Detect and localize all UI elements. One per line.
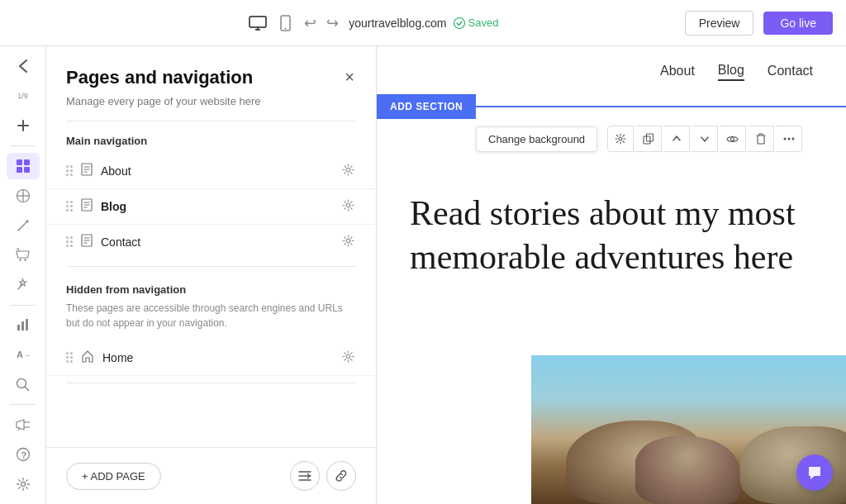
svg-point-28 [21,482,25,486]
topbar-center: ↩ ↪ yourtravelblog.com Saved [245,11,498,36]
saved-text: Saved [468,17,499,29]
svg-point-43 [346,239,349,242]
editor-nav-bar: About Blog Contact [377,46,846,94]
hidden-nav-desc: These pages are accessible through searc… [46,301,376,340]
back-nav-button[interactable] [7,53,40,79]
sidebar-close-button[interactable]: × [343,66,356,88]
svg-point-4 [285,27,287,29]
device-icons [245,12,294,35]
rail-separator-1 [11,145,36,146]
nav-item-blog-gear[interactable] [340,197,356,216]
settings-button[interactable] [7,471,40,497]
svg-point-54 [791,138,794,140]
svg-rect-11 [24,167,30,173]
saved-badge: Saved [454,17,499,29]
sidebar-footer: + ADD PAGE [46,447,376,504]
analytics-button[interactable] [7,311,40,338]
drag-handle-contact[interactable] [66,236,73,247]
rail-separator-2 [11,305,36,306]
golive-button[interactable]: Go live [763,12,833,35]
undo-redo-group: ↩ ↪ [301,11,342,36]
domain-label: yourtravelblog.com [349,17,446,30]
reorder-pages-button[interactable] [290,461,320,491]
preview-button[interactable]: Preview [685,11,754,36]
svg-point-5 [454,17,464,28]
editor-area: About Blog Contact ADD SECTION Change ba… [377,46,846,504]
svg-text:→: → [23,351,31,359]
svg-point-13 [19,259,21,260]
redo-button[interactable]: ↪ [323,11,342,36]
editor-nav-contact[interactable]: Contact [768,64,813,80]
editor-nav-blog[interactable]: Blog [718,63,744,81]
add-section-button[interactable]: ADD SECTION [377,94,476,119]
svg-point-14 [24,259,26,260]
svg-rect-8 [17,159,22,165]
svg-point-52 [783,138,786,140]
section-duplicate-icon[interactable] [635,126,662,152]
section-toolbar-icons [607,126,802,152]
rail-separator-3 [11,404,36,405]
drag-handle-blog[interactable] [66,201,73,212]
nav-item-about: About [46,154,376,189]
page-icon-about [81,163,93,178]
desktop-device-button[interactable] [245,12,270,34]
section-move-up-icon[interactable] [663,126,690,152]
undo-button[interactable]: ↩ [301,11,320,36]
editor-image-area [377,355,846,504]
section-toolbar-row: Change background [377,119,846,159]
svg-rect-18 [26,319,28,330]
search-button[interactable] [7,371,40,397]
theme-button[interactable] [7,183,40,209]
nav-item-blog-label: Blog [101,200,332,213]
nav-item-about-gear[interactable] [340,162,356,180]
link-button[interactable] [326,461,356,491]
topbar-right: Preview Go live [685,11,833,36]
help-button[interactable]: ? [7,441,40,468]
sidebar-panel: Pages and navigation × Manage every page… [46,46,377,504]
nav-item-about-label: About [101,164,332,178]
add-element-button[interactable] [7,112,40,139]
section-toolbar-inner: Change background [377,126,846,152]
section-delete-icon[interactable] [748,126,774,152]
svg-text:?: ? [21,450,26,460]
add-page-button[interactable]: + ADD PAGE [66,463,161,490]
page-icon-blog [81,198,93,214]
svg-rect-9 [24,159,30,165]
section-settings-icon[interactable] [607,126,634,152]
magic-button[interactable] [7,272,40,298]
svg-rect-0 [250,17,266,27]
svg-rect-17 [21,321,24,330]
section-more-icon[interactable] [776,126,802,152]
editor-main-text[interactable]: Read stories about my most memorable adv… [410,192,813,278]
nav-item-contact-gear[interactable] [340,233,356,251]
hidden-nav-label: Hidden from navigation [46,267,376,301]
nav-item-blog: Blog [46,189,376,225]
svg-point-38 [346,203,349,207]
top-bar: ↩ ↪ yourtravelblog.com Saved Preview Go … [0,0,846,46]
translate-button[interactable]: A→ [7,341,40,368]
svg-point-51 [731,137,734,140]
svg-text:A: A [17,349,23,359]
page-icon-contact [81,234,93,250]
nav-item-home-gear[interactable] [340,349,356,367]
svg-point-53 [787,138,790,140]
section-move-down-icon[interactable] [692,126,718,152]
marketing-button[interactable] [7,411,40,438]
svg-point-48 [619,137,622,140]
page-counter: 1/9 [7,83,40,109]
page-icon-home [81,349,94,365]
sidebar-title: Pages and navigation [66,66,253,90]
change-background-button[interactable]: Change background [476,126,597,152]
section-visibility-icon[interactable] [720,126,746,152]
chat-bubble-button[interactable] [796,454,833,491]
pages-nav-button[interactable] [7,153,40,179]
svg-line-22 [25,387,29,391]
store-button[interactable] [7,242,40,269]
drag-handle-home[interactable] [66,352,73,363]
editor-nav-about[interactable]: About [660,64,695,80]
mobile-device-button[interactable] [277,12,294,35]
draw-button[interactable] [7,212,40,239]
add-section-bar: ADD SECTION [377,94,846,119]
drag-handle-about[interactable] [66,165,73,176]
nav-item-home: Home [46,340,376,376]
